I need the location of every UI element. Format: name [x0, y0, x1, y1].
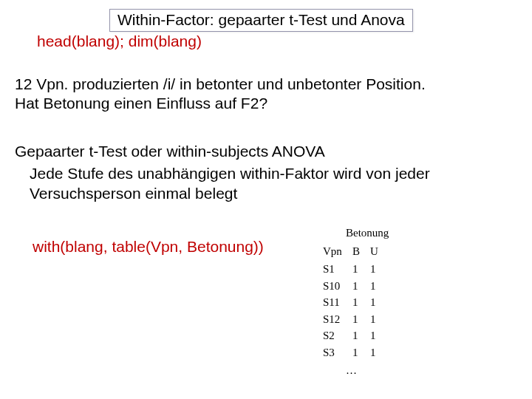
table-row: S2 1 1 — [319, 327, 384, 344]
table-row: S12 1 1 — [319, 311, 384, 328]
cell-u: 1 — [366, 344, 384, 361]
cell-b: 1 — [349, 278, 366, 295]
cell-b: 1 — [349, 311, 366, 328]
cell-u: 1 — [366, 261, 384, 278]
cell-u: 1 — [366, 311, 384, 328]
cell-u: 1 — [366, 278, 384, 295]
cell-vpn: S3 — [319, 344, 349, 361]
slide-title: Within-Factor: gepaarter t-Test und Anov… — [109, 9, 413, 32]
code-head-dim: head(blang); dim(blang) — [37, 33, 202, 50]
cell-vpn: S10 — [319, 278, 349, 295]
output-table: Betonung Vpn B U S1 1 1 S10 1 1 S11 1 1 — [319, 225, 389, 379]
paragraph-description: 12 Vpn. produzierten /i/ in betonter und… — [15, 75, 443, 114]
table-row: S11 1 1 — [319, 294, 384, 311]
cell-b: 1 — [349, 261, 366, 278]
cell-vpn: S12 — [319, 311, 349, 328]
cell-u: 1 — [366, 327, 384, 344]
table-row: S3 1 1 — [319, 344, 384, 361]
cell-b: 1 — [349, 344, 366, 361]
table-row: S1 1 1 — [319, 261, 384, 278]
col-header-vpn: Vpn — [319, 243, 349, 262]
para2-body: Jede Stufe des unabhängigen within-Fakto… — [30, 164, 473, 203]
para2-lead: Gepaarter t-Test oder within-subjects AN… — [15, 143, 325, 160]
cell-b: 1 — [349, 327, 366, 344]
cell-vpn: S11 — [319, 294, 349, 311]
col-header-u: U — [366, 243, 384, 262]
table-row: S10 1 1 — [319, 278, 384, 295]
paragraph-anova: Gepaarter t-Test oder within-subjects AN… — [15, 142, 473, 203]
col-header-b: B — [349, 243, 366, 262]
table-super-header: Betonung — [346, 225, 389, 242]
cell-vpn: S2 — [319, 327, 349, 344]
table-header-row: Vpn B U — [319, 243, 384, 262]
cell-u: 1 — [366, 294, 384, 311]
cell-b: 1 — [349, 294, 366, 311]
cell-vpn: S1 — [319, 261, 349, 278]
table-ellipsis: … — [346, 362, 389, 379]
code-with-table: with(blang, table(Vpn, Betonung)) — [33, 238, 264, 256]
